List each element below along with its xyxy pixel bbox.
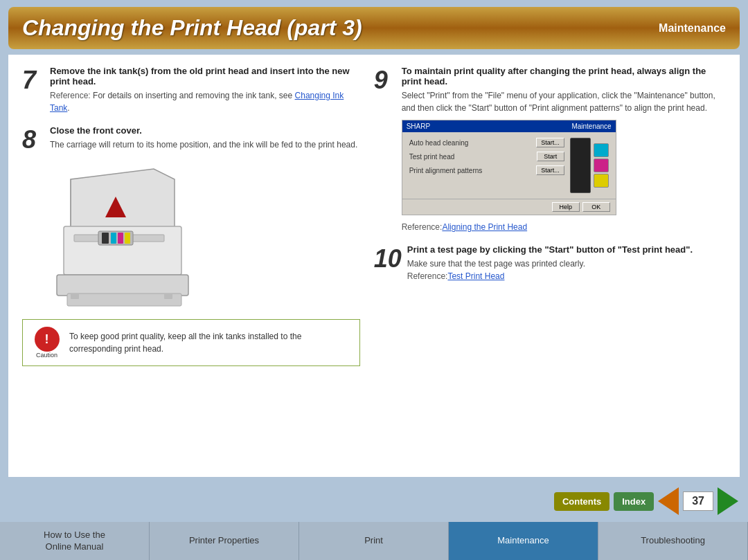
step-10-reference: Reference:Test Print Head	[407, 270, 726, 282]
svg-rect-9	[57, 275, 188, 296]
step-8-title: Close the front cover.	[50, 125, 360, 136]
step-8-content: Close the front cover. The carriage will…	[50, 125, 360, 154]
dialog-row-3-label: Print alignment patterns	[409, 167, 483, 174]
step-8-body: The carriage will return to its home pos…	[50, 138, 360, 151]
printer-illustration	[36, 165, 360, 314]
step-7-title: Remove the ink tank(s) from the old prin…	[50, 66, 360, 87]
prev-page-arrow[interactable]	[658, 487, 679, 515]
svg-rect-5	[102, 233, 109, 244]
nav-maintenance[interactable]: Maintenance	[449, 522, 598, 560]
step-8: 8 Close the front cover. The carriage wi…	[22, 125, 360, 154]
page-controls: Contents Index 37	[554, 487, 738, 515]
dialog-title: Maintenance	[571, 123, 611, 130]
page-title: Changing the Print Head (part 3)	[22, 15, 362, 41]
step-7: 7 Remove the ink tank(s) from the old pr…	[22, 66, 360, 114]
step-10-content: Print a test page by clicking the "Start…	[407, 244, 726, 282]
auto-head-cleaning-btn[interactable]: Start...	[536, 138, 564, 147]
svg-rect-11	[71, 293, 79, 299]
contents-button[interactable]: Contents	[554, 492, 609, 511]
step-10-body: Make sure that the test page was printed…	[407, 258, 726, 270]
aligning-print-head-link[interactable]: Aligning the Print Head	[442, 222, 527, 232]
right-column: 9 To maintain print quality after changi…	[374, 66, 726, 466]
caution-box: ! Caution To keep good print quality, ke…	[22, 319, 360, 366]
dialog-body: Auto head cleaning Start... Test print h…	[402, 132, 616, 199]
step-9-number: 9	[374, 66, 396, 233]
step-10: 10 Print a test page by clicking the "St…	[374, 244, 726, 282]
ink-slot-magenta	[594, 159, 609, 172]
dialog-help-btn[interactable]: Help	[552, 202, 580, 212]
nav-printer-properties[interactable]: Printer Properties	[150, 522, 299, 560]
step-9-ref-label: Reference:	[402, 222, 443, 232]
step-9-content: To maintain print quality after changing…	[402, 66, 726, 233]
step-7-ref-suffix: .	[67, 103, 69, 113]
dialog-row-2-label: Test print head	[409, 153, 455, 161]
dialog-brand: SHARP	[407, 123, 430, 130]
step-7-number: 7	[22, 66, 44, 114]
step-7-reference: Reference: For details on inserting and …	[50, 89, 360, 114]
index-button[interactable]: Index	[614, 492, 654, 511]
left-column: 7 Remove the ink tank(s) from the old pr…	[22, 66, 360, 466]
caution-symbol: !	[35, 327, 60, 352]
step-9-title: To maintain print quality after changing…	[402, 66, 726, 87]
page-category: Maintenance	[659, 22, 726, 35]
step-10-number: 10	[374, 244, 402, 282]
dialog-ok-btn[interactable]: OK	[582, 202, 610, 212]
dialog-title-bar: SHARP Maintenance	[402, 120, 616, 132]
next-page-arrow[interactable]	[718, 487, 738, 515]
main-content: 7 Remove the ink tank(s) from the old pr…	[8, 55, 740, 477]
svg-rect-6	[111, 233, 116, 244]
ink-tank-black	[570, 138, 591, 193]
caution-icon: ! Caution	[31, 327, 62, 359]
step-9: 9 To maintain print quality after changi…	[374, 66, 726, 233]
step-7-ref-text: For details on inserting and removing th…	[93, 91, 295, 100]
print-alignment-btn[interactable]: Start...	[536, 165, 564, 175]
page-number: 37	[683, 491, 713, 511]
caution-text: To keep good print quality, keep all the…	[69, 330, 351, 355]
dialog-row-1: Auto head cleaning Start...	[409, 138, 564, 147]
step-9-body: Select "Print" from the "File" menu of y…	[402, 89, 726, 114]
ink-slot-yellow	[594, 174, 609, 188]
dialog-footer: Help OK	[402, 199, 616, 215]
step-10-ref-label: Reference:	[407, 271, 448, 281]
step-9-reference: Reference:Aligning the Print Head	[402, 221, 726, 233]
bottom-navigation: How to Use the Online Manual Printer Pro…	[0, 522, 748, 560]
test-print-head-btn[interactable]: Start	[537, 152, 564, 161]
svg-rect-7	[118, 233, 123, 244]
step-7-content: Remove the ink tank(s) from the old prin…	[50, 66, 360, 114]
dialog-row-1-label: Auto head cleaning	[409, 139, 469, 147]
nav-troubleshooting[interactable]: Troubleshooting	[598, 522, 748, 560]
step-8-number: 8	[22, 125, 44, 154]
ink-slot-cyan	[594, 143, 609, 157]
test-print-head-link[interactable]: Test Print Head	[447, 271, 504, 281]
page-header: Changing the Print Head (part 3) Mainten…	[8, 7, 740, 49]
dialog-row-2: Test print head Start	[409, 152, 564, 161]
step-10-title: Print a test page by clicking the "Start…	[407, 244, 726, 255]
ink-tank-color	[594, 138, 609, 193]
dialog-ink-tanks	[570, 138, 609, 193]
svg-rect-12	[164, 293, 172, 299]
caution-label: Caution	[36, 352, 57, 359]
nav-how-to-use[interactable]: How to Use the Online Manual	[0, 522, 150, 560]
svg-rect-8	[125, 233, 130, 244]
step-7-ref-label: Reference:	[50, 91, 91, 100]
nav-print[interactable]: Print	[299, 522, 449, 560]
maintenance-dialog: SHARP Maintenance Auto head cleaning Sta…	[402, 120, 616, 215]
printer-svg	[36, 165, 216, 311]
dialog-controls: Auto head cleaning Start... Test print h…	[409, 138, 564, 193]
dialog-row-3: Print alignment patterns Start...	[409, 165, 564, 175]
